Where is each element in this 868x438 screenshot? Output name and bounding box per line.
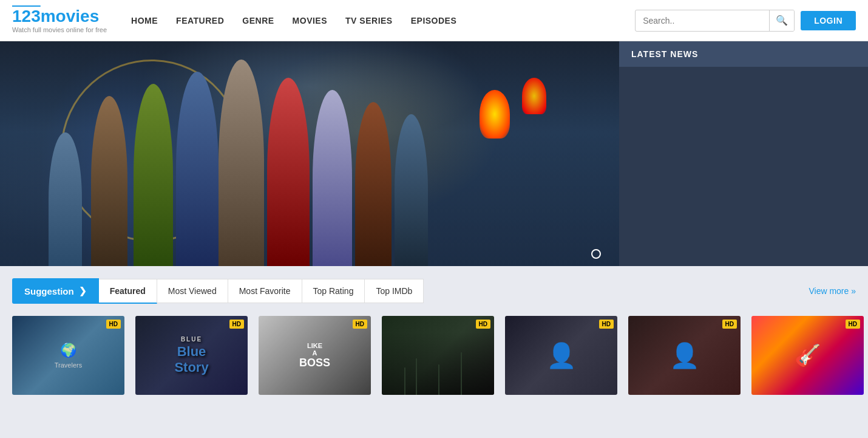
hd-badge-7: HD [846, 320, 860, 329]
nav-movies[interactable]: MOVIES [293, 16, 327, 26]
hd-badge-3: HD [353, 320, 367, 329]
movie-card-1[interactable]: HD 🌍 Travelers [12, 316, 124, 395]
search-box: 🔍 [635, 10, 795, 32]
movie-poster-2: HD BLUE Blue Story [135, 316, 248, 395]
tab-top-rating[interactable]: Top Rating [302, 279, 365, 303]
latest-news-title: LATEST NEWS [631, 49, 698, 59]
latest-news-sidebar: LATEST NEWS [619, 41, 868, 266]
hero-banner [0, 41, 619, 266]
login-button[interactable]: LOGIN [801, 11, 856, 30]
search-input[interactable] [636, 16, 769, 26]
latest-news-content [619, 67, 868, 85]
hd-badge-2: HD [229, 320, 244, 329]
suggestion-tabs: Suggestion ❯ Featured Most Viewed Most F… [12, 278, 424, 304]
movie-icon-7: 🎸 [795, 343, 821, 368]
tab-most-viewed[interactable]: Most Viewed [157, 279, 228, 303]
nav-home[interactable]: HOME [131, 16, 158, 26]
hero-section: LATEST NEWS [0, 41, 868, 266]
movie-card-7[interactable]: HD 🎸 [751, 316, 864, 395]
nav-tv-series[interactable]: TV SERIES [345, 16, 393, 26]
suggestion-label: Suggestion [24, 286, 74, 296]
movie-card-5[interactable]: HD 👤 [505, 316, 617, 395]
hd-badge-5: HD [599, 320, 614, 329]
suggestion-button[interactable]: Suggestion ❯ [12, 278, 99, 304]
header: 123movies Watch full movies online for f… [0, 0, 868, 41]
logo-area: 123movies Watch full movies online for f… [12, 8, 107, 33]
suggestion-arrow-icon: ❯ [79, 286, 87, 296]
tab-most-favorite[interactable]: Most Favorite [228, 279, 302, 303]
movie-card-6[interactable]: HD 👤 [628, 316, 741, 395]
movie-poster-5: HD 👤 [505, 316, 617, 395]
char-9 [395, 114, 428, 266]
forest-overlay [382, 332, 494, 395]
char-2 [91, 96, 127, 266]
logo: 123movies [12, 8, 107, 25]
latest-news-header: LATEST NEWS [619, 41, 868, 67]
char-7 [313, 90, 352, 266]
nav-episodes[interactable]: EPISODES [411, 16, 457, 26]
char-6 [267, 78, 310, 266]
char-8 [355, 102, 392, 266]
movie-poster-7: HD 🎸 [751, 316, 864, 395]
movie-card-2[interactable]: HD BLUE Blue Story [135, 316, 248, 395]
view-more-link[interactable]: View more » [809, 286, 856, 296]
movie-icon-5: 👤 [546, 341, 577, 370]
movie-card-4[interactable]: HD [382, 316, 494, 395]
movie-title-overlay-2: BLUE Blue Story [163, 336, 220, 375]
logo-tagline: Watch full movies online for free [12, 26, 107, 33]
movie-title-overlay-1: 🌍 Travelers [55, 343, 82, 369]
hd-badge-6: HD [722, 320, 737, 329]
hd-badge-4: HD [476, 320, 490, 329]
char-4 [176, 72, 219, 266]
movie-icon-6: 👤 [670, 341, 700, 370]
nav-featured[interactable]: FEATURED [176, 16, 224, 26]
header-right: 🔍 LOGIN [635, 10, 856, 32]
movie-card-3[interactable]: HD LIKE A BOSS [259, 316, 371, 395]
movie-poster-4: HD [382, 316, 494, 395]
fire-glow [480, 90, 510, 139]
movie-poster-6: HD 👤 [628, 316, 741, 395]
movie-poster-1: HD 🌍 Travelers [12, 316, 124, 395]
char-5 [219, 60, 264, 266]
hero-characters [0, 41, 619, 266]
nav-genre[interactable]: GENRE [242, 16, 274, 26]
tab-top-imdb[interactable]: Top IMDb [365, 279, 424, 303]
suggestion-section: Suggestion ❯ Featured Most Viewed Most F… [0, 266, 868, 310]
hd-badge-1: HD [106, 320, 121, 329]
main-nav: HOME FEATURED GENRE MOVIES TV SERIES EPI… [131, 16, 635, 26]
search-button[interactable]: 🔍 [769, 10, 794, 32]
carousel-indicator[interactable] [591, 249, 601, 259]
movie-poster-3: HD LIKE A BOSS [259, 316, 371, 395]
search-icon: 🔍 [776, 15, 788, 26]
char-1 [49, 132, 82, 266]
tab-featured[interactable]: Featured [99, 279, 157, 304]
movies-grid: HD 🌍 Travelers HD BLUE Blue Story HD LIK… [0, 310, 868, 407]
char-3 [134, 84, 173, 266]
